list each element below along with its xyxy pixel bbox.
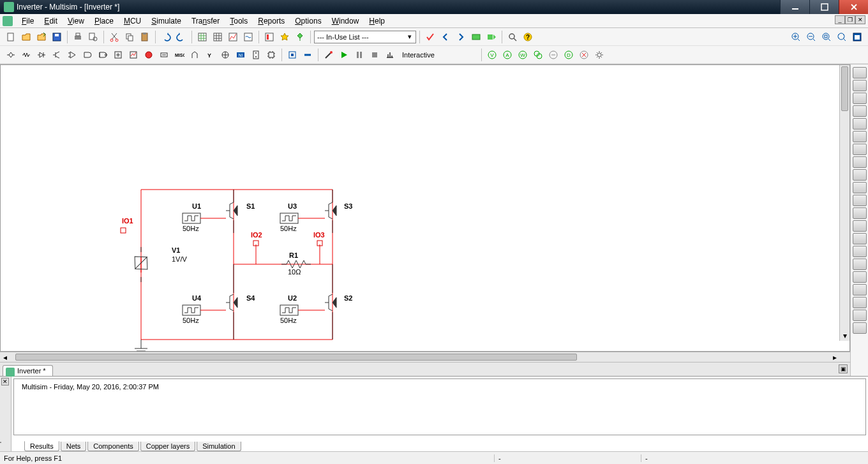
agilent-mm-button[interactable] xyxy=(853,258,867,270)
logic-converter-button[interactable] xyxy=(853,182,867,193)
component-wizard-button[interactable] xyxy=(278,30,292,44)
menu-edit[interactable]: Edit xyxy=(39,15,63,27)
spreadsheet-close-button[interactable]: ✕ xyxy=(1,378,9,385)
schematic-canvas[interactable]: IO1 IO2 IO3 V1 1V/V U1 50H xyxy=(0,64,850,352)
probe-ref-button[interactable] xyxy=(546,48,560,62)
menu-view[interactable]: View xyxy=(63,15,89,27)
four-channel-scope-button[interactable] xyxy=(853,118,867,130)
mdi-restore-button[interactable]: ❐ xyxy=(845,15,855,24)
distortion-analyzer-button[interactable] xyxy=(853,207,867,219)
scroll-left-icon[interactable]: ◂ xyxy=(0,352,10,362)
scroll-right-icon[interactable]: ▸ xyxy=(830,352,840,362)
multimeter-button[interactable] xyxy=(853,67,867,79)
menu-help[interactable]: Help xyxy=(364,15,390,27)
logic-analyzer-button[interactable] xyxy=(853,169,867,181)
forward-arrow-button[interactable] xyxy=(454,30,468,44)
agilent-fg-button[interactable] xyxy=(853,246,867,257)
save-button[interactable] xyxy=(50,30,64,44)
tab-copper-layers[interactable]: Copper layers xyxy=(140,442,195,451)
zoom-out-button[interactable] xyxy=(804,30,818,44)
tab-simulation[interactable]: Simulation xyxy=(197,442,241,451)
zoom-in-button[interactable] xyxy=(789,30,803,44)
menu-file[interactable]: File xyxy=(17,15,39,27)
place-diode-button[interactable] xyxy=(34,48,49,62)
place-mixed-button[interactable] xyxy=(126,48,140,62)
cut-button[interactable] xyxy=(107,30,121,44)
paste-button[interactable] xyxy=(138,30,152,44)
vscroll-thumb[interactable] xyxy=(841,66,848,111)
undo-button[interactable] xyxy=(159,30,173,44)
open-examples-button[interactable] xyxy=(34,30,49,44)
mdi-close-button[interactable]: ✕ xyxy=(855,15,865,24)
pause-button[interactable] xyxy=(352,48,366,62)
close-button[interactable] xyxy=(839,0,868,14)
full-screen-button[interactable] xyxy=(850,30,864,44)
frequency-counter-button[interactable] xyxy=(853,144,867,155)
new-button[interactable] xyxy=(4,30,18,44)
menu-window[interactable]: Window xyxy=(327,15,364,27)
run-button[interactable] xyxy=(337,48,351,62)
menu-mcu[interactable]: MCU xyxy=(119,15,146,27)
probe-power-button[interactable]: W xyxy=(516,48,530,62)
tab-results[interactable]: Results xyxy=(24,441,59,451)
place-electromechanical-button[interactable] xyxy=(218,48,232,62)
toggle-grid-button[interactable] xyxy=(211,30,225,44)
scroll-down-icon[interactable]: ▾ xyxy=(840,331,849,341)
place-mcu-button[interactable] xyxy=(264,48,278,62)
place-misc-button[interactable]: MISC xyxy=(172,48,186,62)
place-rf-button[interactable]: Y xyxy=(203,48,217,62)
minimize-button[interactable] xyxy=(780,0,809,14)
open-button[interactable] xyxy=(19,30,33,44)
check-button[interactable] xyxy=(423,30,437,44)
menu-transfer[interactable]: Transfer xyxy=(186,15,225,27)
place-hierarchical-button[interactable] xyxy=(285,48,299,62)
in-use-list-combo[interactable]: --- In-Use List --- ▾ xyxy=(314,31,416,43)
redo-button[interactable] xyxy=(174,30,188,44)
tab-nets[interactable]: Nets xyxy=(61,442,87,451)
probe-settings-button[interactable] xyxy=(592,48,606,62)
print-button[interactable] xyxy=(71,30,85,44)
place-analog-button[interactable] xyxy=(65,48,79,62)
ni-elvis-button[interactable] xyxy=(853,310,867,321)
menu-options[interactable]: Options xyxy=(290,15,326,27)
tektronix-scope-button[interactable] xyxy=(853,284,867,296)
function-generator-button[interactable] xyxy=(853,80,867,91)
current-clamp-button[interactable] xyxy=(853,322,867,334)
menu-place[interactable]: Place xyxy=(89,15,119,27)
tab-components[interactable]: Components xyxy=(87,442,138,451)
menu-tools[interactable]: Tools xyxy=(225,15,253,27)
place-ni-button[interactable]: NI xyxy=(234,48,248,62)
tab-toggle-button[interactable]: ▣ xyxy=(839,364,848,373)
place-advanced-peripherals-button[interactable] xyxy=(188,48,202,62)
probe-digital-button[interactable]: D xyxy=(562,48,576,62)
copy-button[interactable] xyxy=(123,30,137,44)
back-arrow-button[interactable] xyxy=(438,30,453,44)
help-button[interactable]: ? xyxy=(521,30,535,44)
probe-remove-button[interactable] xyxy=(577,48,591,62)
vertical-scrollbar[interactable]: ▴ ▾ xyxy=(839,65,849,341)
grapher-button[interactable] xyxy=(226,30,240,44)
probe-diff-button[interactable] xyxy=(531,48,545,62)
spectrum-analyzer-button[interactable] xyxy=(853,220,867,232)
probe-current-button[interactable]: A xyxy=(500,48,514,62)
wattmeter-button[interactable] xyxy=(853,93,867,104)
place-basic-button[interactable] xyxy=(19,48,33,62)
place-indicator-button[interactable] xyxy=(142,48,156,62)
probe-voltage-button[interactable]: V xyxy=(485,48,499,62)
network-analyzer-button[interactable] xyxy=(853,233,867,244)
document-tab[interactable]: Inverter * xyxy=(3,365,53,376)
menu-reports[interactable]: Reports xyxy=(253,15,290,27)
place-power-button[interactable] xyxy=(157,48,171,62)
stop-button[interactable] xyxy=(368,48,382,62)
place-ttl-button[interactable] xyxy=(80,48,94,62)
transfer-ultiboard-button[interactable] xyxy=(469,30,483,44)
labview-instrument-button[interactable] xyxy=(853,297,867,308)
oscilloscope-button[interactable] xyxy=(853,105,867,117)
place-transistor-button[interactable] xyxy=(50,48,64,62)
hscroll-thumb[interactable] xyxy=(15,354,577,361)
find-button[interactable] xyxy=(505,30,520,44)
place-probe-button[interactable] xyxy=(322,48,336,62)
database-manager-button[interactable] xyxy=(262,30,276,44)
print-preview-button[interactable] xyxy=(86,30,100,44)
postprocessor-button[interactable] xyxy=(241,30,255,44)
